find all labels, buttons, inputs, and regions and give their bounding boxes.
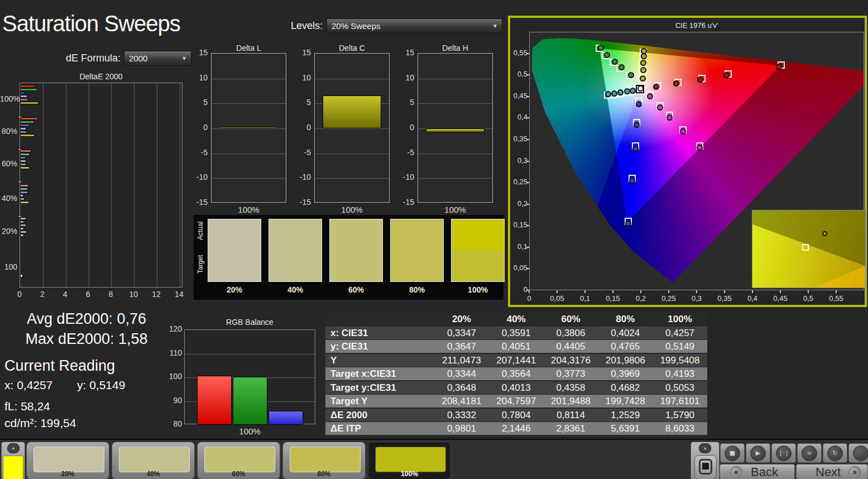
deltae2000-xtick-label: 0 [12,290,27,299]
extra-button[interactable] [848,443,868,463]
rgb-ytick-label: 100 [166,372,182,381]
cie-point-red-40 [673,80,679,87]
current-reading-heading: Current Reading [4,357,115,375]
delta-gridline [212,178,286,179]
delta-gridline [418,103,492,104]
avg-de2000-readout: Avg dE2000: 0,76 [11,310,162,328]
table-cell: 1,5790 [653,409,707,421]
deltae2000-bar-magenta [20,163,26,166]
cie-point-blue-20 [636,101,642,107]
cie-xtick [668,290,669,293]
deltae2000-chart-title: DeltaE 2000 [20,72,183,81]
patch-button-60%[interactable]: 60% [197,442,280,479]
cie-point-white [637,85,644,92]
delta-ytick-label: 0 [295,123,311,132]
table-row: Target x:CIE310,33440,35640,37730,39690,… [325,367,707,380]
collapse-up-button[interactable]: ▲ [7,443,20,453]
deltae2000-gridline [111,83,112,287]
cie-xtick-label: 0,25 [659,294,679,303]
deltae2000-bar-green [20,88,37,91]
cie-xtick-label: 0,4 [742,294,763,303]
step-icon: [··] [776,446,792,461]
cie-xtick [724,290,725,293]
delta-ytick-label: -15 [192,198,208,207]
patch-button-100%[interactable]: 100% [368,442,451,479]
cie-point-blue-40 [634,122,640,128]
table-cell: 0,3648 [434,381,489,394]
cie-ytick-label: 0,05 [510,264,527,272]
table-cell: 2,1446 [489,422,544,435]
rgb-bar-blue [268,411,303,425]
patch-button-80%[interactable]: 80% [282,442,366,479]
deltae2000-xtick-label: 8 [103,290,118,299]
loop-button[interactable]: ∞ [797,443,822,463]
delta-bar [426,128,485,132]
table-col-header: 20% [434,313,489,327]
cie-chart-title: CIE 1976 u'v' [529,21,864,30]
play-button[interactable]: ▶ [746,443,770,463]
cie-xtick-label: 0,5 [798,294,818,303]
deltae2000-xtick-label: 4 [57,290,73,299]
step-button[interactable]: [··] [771,443,796,463]
deltae2000-bar-green [20,221,24,223]
next-button[interactable]: Next » [796,464,868,479]
cie-point-cyan-100 [605,91,611,97]
swatch-actual-half [452,219,504,251]
stop-button[interactable]: ■ [720,443,745,463]
delta-ytick-label: -10 [295,173,311,181]
swatch-target-half [269,251,322,282]
cie-xtick [584,290,586,293]
cie-xtick-label: 0,05 [547,294,567,303]
cie-point-green-60 [612,59,618,65]
cie-ytick-label: 0,15 [510,221,527,229]
deltae2000-bar-red [20,150,31,152]
delta-ytick-label: 15 [399,48,414,57]
table-cell: 0,4405 [544,340,598,353]
rgb-bar-red [197,376,232,425]
back-button-label: Back [751,465,778,479]
table-cell: 0,4358 [544,381,598,394]
table-cell: 201,9488 [544,395,598,408]
deltae2000-gridline [66,83,66,287]
cie-ytick-label: 0,35 [510,135,527,143]
delta-ytick-label: -15 [295,198,311,207]
delta-xlabel: 100% [211,205,286,214]
deltae2000-bar-magenta [20,231,27,233]
cie-xtick [836,290,837,293]
delta-chart-plot [211,53,286,203]
rgb-balance-title: RGB Balance [184,318,315,327]
table-row-label: ΔE ITP [325,422,434,435]
delta-ytick-label: 5 [399,98,414,107]
table-cell: 0,4682 [598,381,653,394]
cie-xtick [808,290,809,293]
pattern-window-button[interactable] [694,455,717,479]
table-cell: 207,1441 [489,354,544,367]
cie-ytick-label: 0,25 [510,178,527,186]
table-row-label: y: CIE31 [325,340,434,353]
cie-point-magenta-20 [647,93,653,99]
delta-ytick-label: 5 [295,98,311,107]
table-cell: 204,7597 [489,395,544,408]
refresh-button[interactable]: ↻ [823,443,847,463]
deltae2000-bar-magenta [20,198,25,200]
swatch-actual-half [391,219,443,251]
table-cell: 211,0473 [434,354,489,367]
cie-ytick-label: 0,2 [510,199,527,208]
delta-bar [323,95,381,128]
deltae2000-bar-blue [20,92,25,94]
pattern-square-icon [699,459,712,475]
back-button[interactable]: « Back [720,464,795,479]
patch-button-40%[interactable]: 40% [112,442,195,479]
cie-chart-panel[interactable]: CIE 1976 u'v'00,050,10,150,20,250,30,350… [508,16,867,307]
deltae2000-gridline [43,83,44,287]
cie-ytick-label: 0,1 [510,242,527,251]
delta-ytick-label: -10 [192,173,208,181]
patch-button-label: 20% [27,470,109,478]
collapse-up-button[interactable]: ▲ [699,443,711,453]
patch-button-20%[interactable]: 20% [26,442,109,479]
cie-point-cyan-40 [624,88,630,94]
rgb-gridline [185,354,315,355]
delta-ytick-label: 10 [295,73,311,82]
table-cell: 199,5408 [653,354,707,367]
deltae2000-gridline [180,83,180,287]
